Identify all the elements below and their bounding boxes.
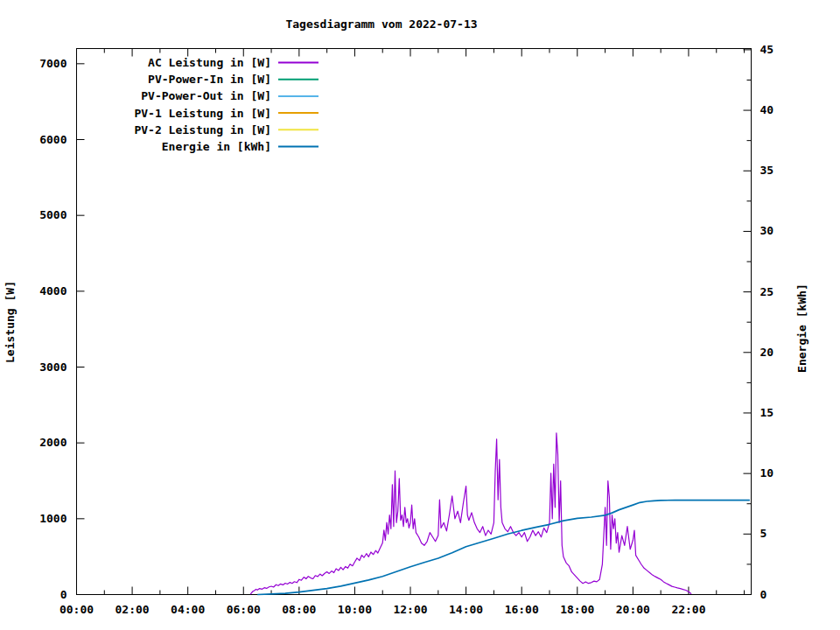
right-tick-label: 5: [760, 527, 767, 540]
x-tick-label: 08:00: [282, 603, 316, 616]
legend-label-pv-power-in: PV-Power-In in [W]: [148, 73, 271, 86]
y-right-axis-label: Energie [kWh]: [795, 284, 808, 373]
right-tick-label: 20: [760, 346, 774, 359]
right-tick-label: 25: [760, 285, 774, 298]
x-tick-label: 22:00: [671, 603, 705, 616]
left-tick-label: 6000: [39, 133, 66, 146]
left-tick-label: 2000: [39, 436, 66, 449]
right-tick-label: 15: [760, 406, 774, 419]
legend-label-pv1-leistung: PV-1 Leistung in [W]: [134, 107, 271, 120]
tagesdiagramm-chart: Tagesdiagramm vom 2022-07-13 00:0002:000…: [0, 0, 840, 630]
x-tick-label: 00:00: [60, 603, 94, 616]
left-tick-label: 3000: [39, 360, 66, 374]
series-line-ac-leistung: [250, 433, 691, 594]
legend-label-pv-power-out: PV-Power-Out in [W]: [141, 89, 271, 102]
x-tick-label: 20:00: [616, 603, 650, 616]
x-tick-label: 14:00: [449, 603, 483, 616]
legend-label-pv2-leistung: PV-2 Leistung in [W]: [134, 123, 271, 136]
left-axis-ticks-group: 01000200030004000500060007000: [39, 57, 84, 601]
left-tick-label: 5000: [39, 208, 66, 221]
left-tick-label: 4000: [39, 284, 66, 298]
y-left-axis-label: Leistung [W]: [4, 281, 17, 363]
x-tick-label: 18:00: [560, 603, 594, 616]
right-tick-label: 0: [760, 588, 767, 601]
legend-label-ac-leistung: AC Leistung in [W]: [148, 56, 271, 69]
right-tick-label: 45: [760, 43, 774, 56]
right-tick-label: 10: [760, 466, 774, 480]
left-tick-label: 0: [60, 588, 67, 601]
legend-group: AC Leistung in [W]PV-Power-In in [W]PV-P…: [134, 56, 318, 153]
x-tick-label: 10:00: [338, 603, 372, 616]
x-tick-label: 12:00: [393, 603, 427, 616]
chart-title: Tagesdiagramm vom 2022-07-13: [285, 18, 477, 31]
right-tick-label: 35: [760, 164, 774, 177]
chart-page: Tagesdiagramm vom 2022-07-13 00:0002:000…: [0, 0, 840, 630]
x-tick-label: 04:00: [171, 603, 205, 616]
series-line-energie: [257, 500, 750, 595]
x-tick-label: 16:00: [505, 603, 539, 616]
right-axis-ticks-group: 051015202530354045: [744, 43, 774, 601]
legend-label-energie: Energie in [kWh]: [162, 140, 271, 153]
x-tick-label: 02:00: [116, 603, 150, 616]
left-tick-label: 1000: [39, 512, 66, 525]
right-tick-label: 30: [760, 224, 774, 237]
left-tick-label: 7000: [39, 57, 66, 70]
right-tick-label: 40: [760, 103, 774, 116]
x-tick-label: 06:00: [227, 603, 261, 616]
series-lines-group: [250, 433, 750, 595]
